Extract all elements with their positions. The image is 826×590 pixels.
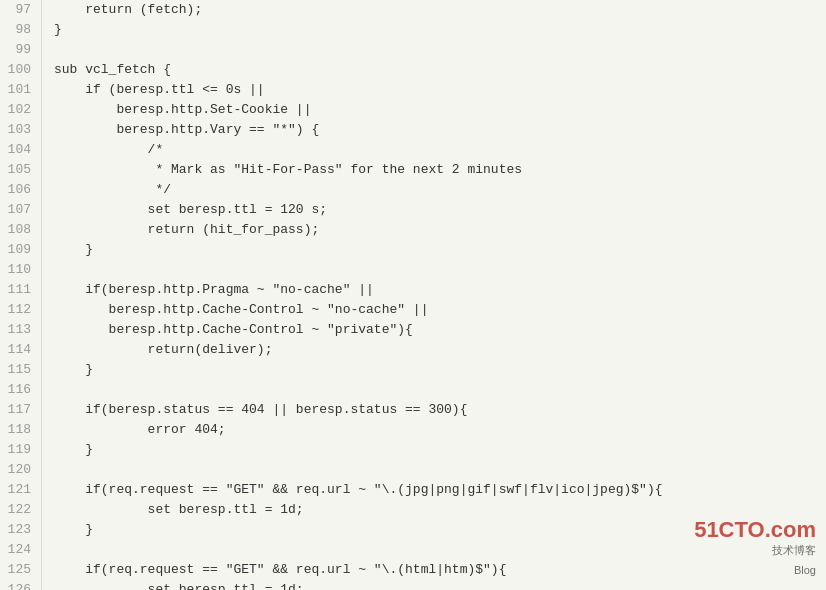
code-viewer: 97 return (fetch);98}99100sub vcl_fetch …	[0, 0, 826, 590]
table-row: 112 beresp.http.Cache-Control ~ "no-cach…	[0, 300, 826, 320]
line-content: beresp.http.Cache-Control ~ "private"){	[42, 320, 826, 340]
line-content: }	[42, 440, 826, 460]
table-row: 113 beresp.http.Cache-Control ~ "private…	[0, 320, 826, 340]
line-content: }	[42, 360, 826, 380]
line-content: beresp.http.Vary == "*") {	[42, 120, 826, 140]
line-number: 108	[0, 220, 42, 240]
line-number: 101	[0, 80, 42, 100]
line-number: 110	[0, 260, 42, 280]
table-row: 116	[0, 380, 826, 400]
line-number: 122	[0, 500, 42, 520]
table-row: 118 error 404;	[0, 420, 826, 440]
line-number: 124	[0, 540, 42, 560]
line-content: */	[42, 180, 826, 200]
line-number: 125	[0, 560, 42, 580]
line-content: set beresp.ttl = 120 s;	[42, 200, 826, 220]
line-number: 112	[0, 300, 42, 320]
line-content: return (hit_for_pass);	[42, 220, 826, 240]
line-number: 99	[0, 40, 42, 60]
table-row: 126 set beresp.ttl = 1d;	[0, 580, 826, 590]
line-content: if(beresp.http.Pragma ~ "no-cache" ||	[42, 280, 826, 300]
watermark-logo: 51CTO.com	[694, 520, 816, 540]
line-number: 121	[0, 480, 42, 500]
line-content: beresp.http.Set-Cookie ||	[42, 100, 826, 120]
line-number: 126	[0, 580, 42, 590]
table-row: 108 return (hit_for_pass);	[0, 220, 826, 240]
table-row: 110	[0, 260, 826, 280]
line-number: 107	[0, 200, 42, 220]
table-row: 120	[0, 460, 826, 480]
line-number: 119	[0, 440, 42, 460]
line-number: 116	[0, 380, 42, 400]
table-row: 97 return (fetch);	[0, 0, 826, 20]
line-number: 120	[0, 460, 42, 480]
table-row: 102 beresp.http.Set-Cookie ||	[0, 100, 826, 120]
line-number: 111	[0, 280, 42, 300]
table-row: 107 set beresp.ttl = 120 s;	[0, 200, 826, 220]
line-number: 104	[0, 140, 42, 160]
table-row: 103 beresp.http.Vary == "*") {	[0, 120, 826, 140]
table-row: 115 }	[0, 360, 826, 380]
table-row: 121 if(req.request == "GET" && req.url ~…	[0, 480, 826, 500]
line-number: 97	[0, 0, 42, 20]
line-content: }	[42, 240, 826, 260]
line-number: 114	[0, 340, 42, 360]
line-content: beresp.http.Cache-Control ~ "no-cache" |…	[42, 300, 826, 320]
table-row: 117 if(beresp.status == 404 || beresp.st…	[0, 400, 826, 420]
line-content: error 404;	[42, 420, 826, 440]
watermark-subtitle2: Blog	[694, 560, 816, 580]
line-number: 102	[0, 100, 42, 120]
line-number: 98	[0, 20, 42, 40]
line-content: sub vcl_fetch {	[42, 60, 826, 80]
line-content: * Mark as "Hit-For-Pass" for the next 2 …	[42, 160, 826, 180]
line-content: if (beresp.ttl <= 0s ||	[42, 80, 826, 100]
line-number: 105	[0, 160, 42, 180]
table-row: 119 }	[0, 440, 826, 460]
line-content: return (fetch);	[42, 0, 826, 20]
table-row: 101 if (beresp.ttl <= 0s ||	[0, 80, 826, 100]
line-number: 103	[0, 120, 42, 140]
line-number: 118	[0, 420, 42, 440]
table-row: 111 if(beresp.http.Pragma ~ "no-cache" |…	[0, 280, 826, 300]
line-content: set beresp.ttl = 1d;	[42, 580, 826, 590]
table-row: 98}	[0, 20, 826, 40]
line-number: 117	[0, 400, 42, 420]
line-number: 100	[0, 60, 42, 80]
table-row: 100sub vcl_fetch {	[0, 60, 826, 80]
table-row: 106 */	[0, 180, 826, 200]
table-row: 105 * Mark as "Hit-For-Pass" for the nex…	[0, 160, 826, 180]
line-number: 109	[0, 240, 42, 260]
line-content: return(deliver);	[42, 340, 826, 360]
table-row: 99	[0, 40, 826, 60]
table-row: 109 }	[0, 240, 826, 260]
watermark: 51CTO.com 技术博客 Blog	[694, 520, 816, 580]
line-content: }	[42, 20, 826, 40]
table-row: 104 /*	[0, 140, 826, 160]
line-content: if(beresp.status == 404 || beresp.status…	[42, 400, 826, 420]
line-number: 106	[0, 180, 42, 200]
line-number: 123	[0, 520, 42, 540]
table-row: 114 return(deliver);	[0, 340, 826, 360]
line-number: 115	[0, 360, 42, 380]
watermark-subtitle1: 技术博客	[694, 540, 816, 560]
line-number: 113	[0, 320, 42, 340]
line-content: if(req.request == "GET" && req.url ~ "\.…	[42, 480, 826, 500]
line-content: /*	[42, 140, 826, 160]
